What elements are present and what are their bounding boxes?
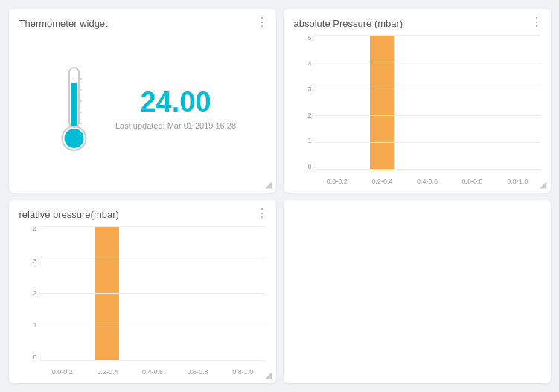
absolute-pressure-resize-handle[interactable]: ◢ xyxy=(540,179,546,190)
absolute-pressure-y-axis: 543210 xyxy=(294,35,315,170)
y-axis-label: 3 xyxy=(307,86,311,93)
y-axis-label: 4 xyxy=(307,61,311,68)
svg-rect-1 xyxy=(71,83,77,127)
y-axis-label: 0 xyxy=(33,354,36,361)
absolute-pressure-bar-chart: 543210 0.0-0.20.2-0.40.4-0.60.6-0.80.8-1… xyxy=(294,35,540,185)
bar-group xyxy=(220,226,266,362)
relative-pressure-menu-icon[interactable]: ⋮ xyxy=(256,208,269,219)
thermometer-updated: Last updated: Mar 01 2019 16:28 xyxy=(115,121,236,130)
y-axis-label: 0 xyxy=(307,164,311,170)
bar-group xyxy=(450,35,495,170)
absolute-pressure-menu-icon[interactable]: ⋮ xyxy=(531,16,543,28)
x-axis-label: 0.4-0.6 xyxy=(405,178,450,185)
absolute-pressure-x-axis: 0.0-0.20.2-0.40.4-0.60.6-0.80.8-1.0 xyxy=(315,178,540,185)
x-axis-label: 0.2-0.4 xyxy=(360,178,405,185)
y-axis-label: 2 xyxy=(307,112,311,119)
thermometer-content: 24.00 Last updated: Mar 01 2019 16:28 xyxy=(19,32,266,185)
bar xyxy=(95,226,119,362)
absolute-pressure-chart: 543210 0.0-0.20.2-0.40.4-0.60.6-0.80.8-1… xyxy=(294,35,540,185)
thermometer-value-wrap: 24.00 Last updated: Mar 01 2019 16:28 xyxy=(115,87,236,130)
y-axis-label: 5 xyxy=(307,35,311,42)
absolute-pressure-title: absolute Pressure (mbar) xyxy=(294,18,540,29)
y-axis-label: 4 xyxy=(33,226,36,233)
svg-point-3 xyxy=(65,129,84,148)
bar-group xyxy=(175,226,220,362)
x-axis-label: 0.6-0.8 xyxy=(175,368,220,376)
dashboard: Thermometer widget ⋮ xyxy=(4,4,555,388)
relative-pressure-bar-chart: 43210 0.0-0.20.2-0.40.4-0.60.6-0.80.8-1.… xyxy=(19,226,266,376)
x-axis-label: 0.2-0.4 xyxy=(85,368,130,376)
thermometer-resize-handle[interactable]: ◢ xyxy=(265,179,272,190)
x-axis-label: 0.6-0.8 xyxy=(450,178,495,185)
bar-group xyxy=(85,226,130,362)
relative-pressure-widget: relative pressure(mbar) ⋮ 43210 0.0-0.20… xyxy=(9,200,276,384)
x-axis-label: 0.0-0.2 xyxy=(315,178,360,185)
relative-pressure-x-axis: 0.0-0.20.2-0.40.4-0.60.6-0.80.8-1.0 xyxy=(40,368,266,376)
x-axis-label: 0.0-0.2 xyxy=(40,368,86,376)
relative-pressure-chart: 43210 0.0-0.20.2-0.40.4-0.60.6-0.80.8-1.… xyxy=(19,226,266,376)
thermometer-menu-icon[interactable]: ⋮ xyxy=(256,16,269,28)
bar xyxy=(370,35,394,170)
thermometer-widget: Thermometer widget ⋮ xyxy=(9,9,276,193)
bar-group xyxy=(495,35,540,170)
relative-pressure-y-axis: 43210 xyxy=(19,226,40,362)
thermometer-value: 24.00 xyxy=(140,87,211,118)
y-axis-label: 3 xyxy=(33,258,36,265)
x-axis-label: 0.8-1.0 xyxy=(220,368,266,376)
x-axis-label: 0.4-0.6 xyxy=(130,368,176,376)
bar-group xyxy=(315,35,360,170)
bar-group xyxy=(360,35,405,170)
y-axis-label: 1 xyxy=(307,138,311,144)
bar-group xyxy=(405,35,450,170)
empty-widget xyxy=(284,200,551,384)
relative-pressure-resize-handle[interactable]: ◢ xyxy=(265,370,272,380)
y-axis-label: 2 xyxy=(33,290,36,297)
thermometer-icon xyxy=(48,60,100,157)
bar-group xyxy=(40,226,86,362)
y-axis-label: 1 xyxy=(33,322,36,329)
absolute-pressure-widget: absolute Pressure (mbar) ⋮ 543210 0.0-0.… xyxy=(284,9,551,193)
relative-pressure-title: relative pressure(mbar) xyxy=(19,209,266,220)
bar-group xyxy=(130,226,176,362)
x-axis-label: 0.8-1.0 xyxy=(495,178,540,185)
thermometer-title: Thermometer widget xyxy=(19,18,266,29)
